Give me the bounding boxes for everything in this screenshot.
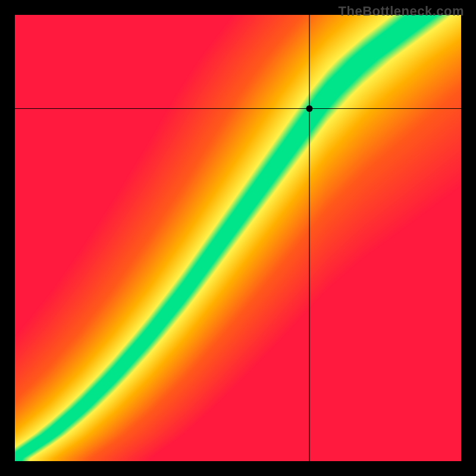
watermark-text: TheBottleneck.com — [339, 4, 464, 19]
heatmap-canvas — [15, 15, 461, 461]
heatmap-plot — [15, 15, 461, 461]
